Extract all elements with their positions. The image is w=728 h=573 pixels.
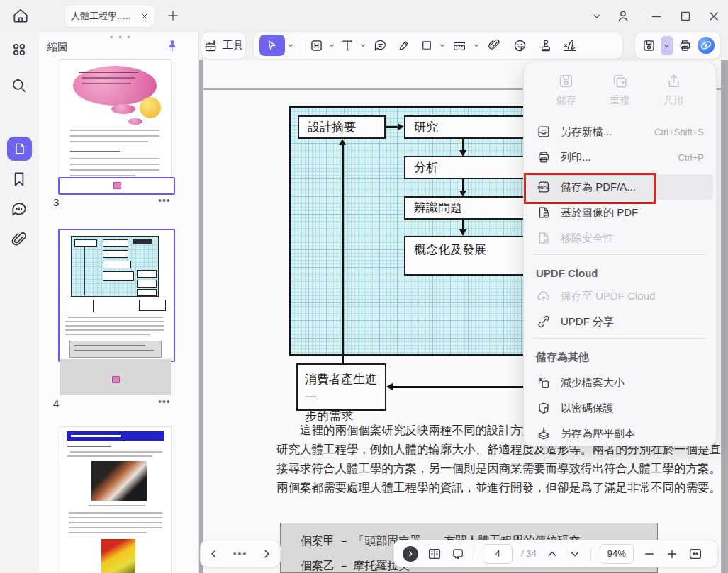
case-line2: 個案乙 － 摩托羅拉美 [301,559,410,573]
measure-tool-button[interactable] [448,35,471,56]
image-pdf-icon [536,205,551,220]
sticker-tool-button[interactable] [507,35,532,56]
page-nav-pill: ••• [201,540,280,567]
thumb5-photo-car [101,539,135,573]
shape-tool-chevron-icon[interactable] [437,40,447,50]
quick-share-disabled: 共用 [651,72,695,107]
menu-item-updf-share[interactable]: UPDF 分享 [527,309,713,334]
highlighter-pen-button[interactable] [392,35,416,56]
thumbnail-page-3[interactable] [60,60,171,192]
home-icon[interactable] [11,6,30,25]
more-pages-icon[interactable]: ••• [233,548,248,560]
quick-duplicate-disabled: 重複 [598,72,642,107]
page4-number: 4 [53,397,59,409]
thumb3-pink-bubble-tiny [128,118,142,125]
menu-section-other: 儲存為其他 [524,342,716,368]
attachments-icon[interactable] [10,231,28,249]
page-number-input[interactable] [483,544,513,564]
highlight-tool-chevron-icon[interactable] [327,40,337,50]
bookmark-icon[interactable] [10,170,28,188]
select-tool-button[interactable] [259,35,285,56]
comments-panel-icon[interactable] [10,200,28,219]
flowchart-box-consumer: 消費者產生進一 步的需求 [296,363,386,411]
measure-tool-chevron-icon[interactable] [471,40,481,50]
ai-assistant-button[interactable] [697,35,715,56]
minimize-button[interactable] [649,8,664,24]
save-options-chevron-icon[interactable] [661,36,673,55]
tab-close-icon[interactable] [140,12,149,21]
save-as-icon [536,124,551,140]
viewport-indicator-page3[interactable] [58,177,175,195]
shape-tool-button[interactable] [417,35,437,56]
tools-button[interactable]: 工具 [201,32,245,59]
fit-width-icon[interactable] [688,546,703,562]
arrow-brief-to-research [386,126,398,128]
arrow-feedback-up [339,139,346,145]
signature-tool-button[interactable] [559,35,581,56]
menu-item-save-as-pdfa[interactable]: PDF/A 儲存為 PDF/A... [527,174,713,200]
account-chevron-icon[interactable] [589,8,605,24]
pin-icon[interactable] [165,39,179,53]
compress-icon [536,375,551,390]
menu-item-password-protect[interactable]: 以密碼保護 [527,395,713,421]
tab-title: 人體工程學...過程(1) [71,10,133,23]
page-up-icon[interactable] [545,547,559,561]
zoom-out-icon[interactable] [642,547,656,561]
menu-item-save-as[interactable]: 另存新檔... Ctrl+Shift+S [527,119,713,144]
page4-options-icon[interactable]: ••• [158,396,171,407]
search-icon[interactable] [10,76,28,95]
panel-drag-handle[interactable]: • • • [110,32,132,42]
pdfa-icon: PDF/A [536,179,551,195]
body-text-line3: 接尋求符合人體工學的方案，另一個則是因商業需要而導致得出符合人體工學的方案。 [276,461,673,477]
thumbnails-panel-button[interactable] [7,137,32,161]
apps-grid-icon[interactable] [10,40,28,59]
text-tool-button[interactable] [337,35,357,56]
comment-tool-button[interactable] [369,35,391,56]
select-tool-chevron-icon[interactable] [286,40,296,50]
new-tab-button[interactable] [166,8,180,23]
page-layout-icon[interactable] [427,546,442,562]
menu-divider [534,254,706,255]
menu-item-image-based-pdf[interactable]: 基於圖像的 PDF [527,200,713,225]
titlebar-divider [642,10,642,23]
menu-item-reduce-file-size[interactable]: 減少檔案大小 [527,370,713,395]
menu-item-print[interactable]: 列印... Ctrl+P [527,144,713,170]
highlight-tool-button[interactable] [306,35,326,56]
account-icon[interactable] [615,8,631,24]
maximize-button[interactable] [678,8,693,24]
save-button[interactable] [640,35,658,56]
attach-tool-button[interactable] [482,35,506,56]
zoom-in-icon[interactable] [665,547,679,561]
share-icon [665,72,683,90]
thumb5-photo-headrest [91,461,147,501]
print-icon [536,149,551,165]
thumbnail-page4-offscreen-part[interactable] [60,359,171,395]
thumb3-smiley [140,97,161,118]
print-button[interactable] [676,35,694,56]
save-print-toolbar [635,32,720,59]
shortcut-save-as: Ctrl+Shift+S [654,127,704,137]
stamp-tool-button[interactable] [533,35,559,56]
flatten-layers-icon [536,426,551,441]
text-tool-chevron-icon[interactable] [358,40,368,50]
thumbnail-page-4[interactable] [58,229,175,362]
comment-mode-icon[interactable] [451,547,465,561]
quick-save-disabled: 儲存 [544,72,588,107]
prev-page-icon[interactable] [207,547,221,561]
close-button[interactable] [706,8,722,24]
left-icon-rail [0,32,40,573]
title-bar: 人體工程學...過程(1) [0,0,728,32]
thumbnail-page-5[interactable] [60,427,171,573]
page3-number: 3 [53,196,59,208]
save-icon [557,72,575,90]
menu-item-save-flattened[interactable]: 另存為壓平副本 [527,421,713,446]
shield-lock-icon [536,400,551,416]
page3-options-icon[interactable]: ••• [158,195,171,206]
page-down-icon[interactable] [568,547,582,561]
zoom-level-box[interactable]: 94% [600,544,634,564]
tools-label: 工具 [223,39,244,52]
expand-controls-icon[interactable] [403,546,418,562]
link-icon [536,314,551,329]
next-page-icon[interactable] [259,547,274,561]
document-tab[interactable]: 人體工程學...過程(1) [65,5,155,27]
